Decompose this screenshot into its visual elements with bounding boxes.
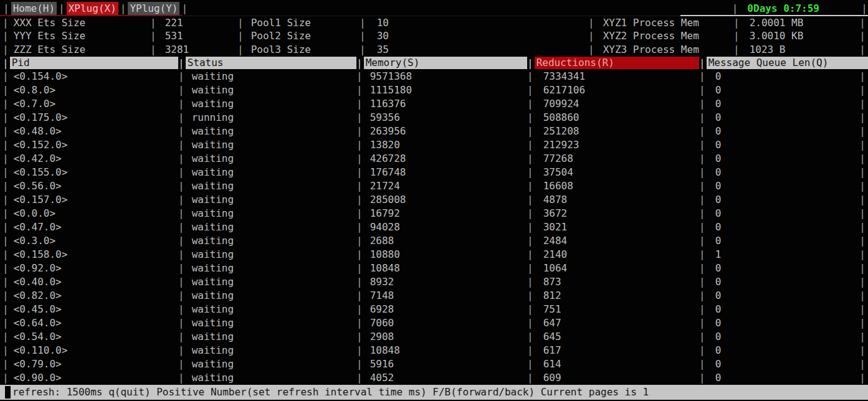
row-end-separator: | <box>859 166 868 179</box>
row-end-separator: | <box>859 179 868 193</box>
info-value: 30 <box>366 30 389 42</box>
cell-message-queue-len: 0 <box>705 331 722 342</box>
cell-message-queue-len: 0 <box>705 111 722 123</box>
tab-separator: | <box>3 2 9 14</box>
table-row: |<0.79.0> |waiting |5916 |614 |0 | <box>0 357 868 371</box>
cell-memory: 59356 <box>363 111 400 123</box>
cell-message-queue-len: 0 <box>705 207 722 219</box>
cell-status: waiting <box>184 139 234 151</box>
column-separator: | <box>699 125 705 137</box>
table-row: |<0.7.0> |waiting |116376 |709924 |0 | <box>0 97 868 111</box>
column-separator: | <box>527 290 533 301</box>
column-separator: | <box>2 166 9 178</box>
cell-pid: <0.0.0> <box>9 207 55 219</box>
table-row: |<0.47.0> |waiting |94028 |3021 |0 | <box>0 220 868 234</box>
column-separator: | <box>699 262 705 274</box>
terminal-cursor <box>5 386 11 399</box>
tab-xplug[interactable]: XPlug(X) <box>67 2 118 15</box>
column-separator: | <box>237 44 244 55</box>
cell-reductions: 1064 <box>533 262 568 274</box>
row-end-separator: | <box>859 152 868 166</box>
column-separator: | <box>699 248 705 260</box>
table-header-row: |Pid |Status |Memory(S) |Reductions(R) |… <box>0 56 868 70</box>
right-edge-separator: | <box>861 2 867 14</box>
table-row: |<0.92.0> |waiting |10848 |1064 |0 | <box>0 262 868 275</box>
column-separator: | <box>527 153 533 164</box>
cell-message-queue-len: 0 <box>705 344 722 356</box>
cell-pid: <0.92.0> <box>9 262 62 274</box>
column-separator: | <box>178 153 184 164</box>
column-separator: | <box>527 84 533 96</box>
column-separator: | <box>356 166 363 178</box>
column-separator: | <box>527 98 533 110</box>
column-separator: | <box>356 194 363 205</box>
uptime-display: 0Days 0:7:59 <box>738 2 861 14</box>
cell-pid: <0.154.0> <box>9 70 68 82</box>
cell-reductions: 751 <box>533 303 561 315</box>
cell-memory: 2688 <box>363 235 394 247</box>
cell-status: waiting <box>184 317 234 329</box>
cell-memory: 2908 <box>363 331 394 342</box>
column-header-message-queue[interactable]: Message Queue Len(Q) <box>707 57 868 69</box>
column-separator: | <box>733 17 740 29</box>
column-header-memory[interactable]: Memory(S) <box>364 57 527 69</box>
column-separator: | <box>178 166 184 178</box>
column-separator: | <box>588 17 594 29</box>
tabbar-underline-dim <box>182 16 680 16</box>
column-separator: | <box>178 194 184 205</box>
cell-reductions: 7334341 <box>533 70 585 82</box>
cell-pid: <0.64.0> <box>9 317 62 329</box>
tab-yplug[interactable]: YPlug(Y) <box>128 2 179 15</box>
column-header-status[interactable]: Status <box>186 57 356 69</box>
row-end-separator: | <box>859 125 868 138</box>
cell-memory: 10880 <box>363 248 400 260</box>
column-separator: | <box>2 290 9 301</box>
cell-message-queue-len: 0 <box>705 290 722 301</box>
table-row: |<0.0.0> |waiting |16792 |3672 |0 | <box>0 207 868 220</box>
cell-pid: <0.90.0> <box>9 372 62 384</box>
column-separator: | <box>178 331 184 342</box>
tab-home[interactable]: Home(H) <box>11 2 57 15</box>
column-separator: | <box>527 262 533 274</box>
row-end-separator: | <box>859 344 868 357</box>
cell-pid: <0.56.0> <box>9 180 62 192</box>
table-row: |<0.56.0> |waiting |21724 |16608 |0 | <box>0 179 868 193</box>
column-separator: | <box>2 98 9 110</box>
row-end-separator: | <box>859 138 868 152</box>
cell-reductions: 873 <box>533 276 561 288</box>
column-separator: | <box>699 290 705 301</box>
row-end-separator: | <box>859 16 868 29</box>
cell-pid: <0.157.0> <box>9 194 68 205</box>
column-separator: | <box>356 235 363 247</box>
table-row: |<0.8.0> |waiting |1115180 |6217106 |0 | <box>0 83 868 97</box>
cell-status: waiting <box>184 262 234 274</box>
column-separator: | <box>2 331 9 342</box>
column-separator: | <box>178 290 184 301</box>
status-bar-text: refresh: 1500ms q(quit) Positive Number(… <box>12 385 649 400</box>
cell-memory: 4052 <box>363 372 394 384</box>
column-separator: | <box>360 44 366 55</box>
cell-pid: <0.54.0> <box>9 331 62 342</box>
cell-memory: 16792 <box>363 207 400 219</box>
column-separator: | <box>2 139 9 151</box>
cell-message-queue-len: 0 <box>705 372 722 384</box>
column-separator: | <box>699 84 705 96</box>
cell-status: waiting <box>184 180 234 192</box>
info-label: XYZ3 Process Mem <box>594 44 699 55</box>
column-separator: | <box>356 57 363 69</box>
info-value: 1023 B <box>740 44 786 55</box>
column-header-reductions-sorted[interactable]: Reductions(R) <box>535 57 699 69</box>
column-separator: | <box>2 17 9 29</box>
cell-pid: <0.8.0> <box>9 84 55 96</box>
cell-reductions: 3021 <box>533 221 568 233</box>
cell-reductions: 37504 <box>533 166 573 178</box>
column-header-pid[interactable]: Pid <box>10 57 178 69</box>
column-separator: | <box>699 207 705 219</box>
column-separator: | <box>356 331 363 342</box>
column-separator: | <box>699 111 705 123</box>
cell-status: waiting <box>184 166 234 178</box>
cell-memory: 8932 <box>363 276 394 288</box>
column-separator: | <box>699 303 705 315</box>
column-separator: | <box>527 317 533 329</box>
cell-status: waiting <box>184 276 234 288</box>
